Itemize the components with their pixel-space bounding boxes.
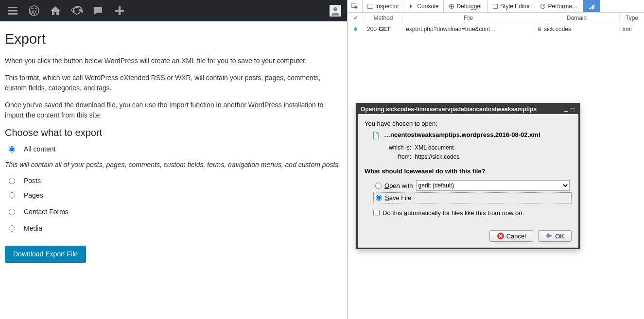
updates-icon[interactable] bbox=[66, 0, 87, 21]
save-file-row[interactable]: Save File bbox=[373, 192, 572, 203]
http-method: GET bbox=[379, 26, 391, 33]
svg-rect-2 bbox=[8, 13, 17, 15]
which-is-value: XML document bbox=[415, 144, 453, 151]
page-title: Export bbox=[5, 31, 342, 47]
cancel-button[interactable]: Cancel bbox=[489, 230, 533, 242]
radio-save-file[interactable] bbox=[376, 195, 382, 201]
file-icon bbox=[371, 131, 380, 141]
tab-label: Style Editor bbox=[500, 3, 530, 10]
export-option-all-content[interactable]: All content bbox=[5, 145, 342, 153]
dialog-title-text: Opening sickcodes-linuxservervpsdebiance… bbox=[361, 106, 537, 113]
radio-label: Contact Forms bbox=[24, 208, 69, 216]
col-status-check[interactable]: ✓ bbox=[348, 13, 364, 23]
wp-export-page: Export When you click the button below W… bbox=[0, 21, 347, 272]
devtools-tab-bar: Inspector Console Debugger Style Editor … bbox=[348, 0, 644, 13]
radio-contact-forms[interactable] bbox=[9, 209, 15, 215]
wordpress-logo-icon[interactable] bbox=[23, 0, 45, 21]
col-method[interactable]: Method bbox=[364, 13, 403, 23]
cancel-label: Cancel bbox=[506, 233, 526, 240]
tab-label: Performa… bbox=[548, 3, 577, 10]
svg-rect-5 bbox=[115, 10, 124, 12]
svg-rect-1 bbox=[8, 10, 17, 12]
chosen-to-open-label: You have chosen to open: bbox=[365, 120, 572, 127]
svg-rect-0 bbox=[8, 7, 17, 8]
network-table-header: ✓ Method File Domain Type bbox=[348, 13, 644, 23]
open-with-select[interactable]: gedit (default) bbox=[416, 180, 570, 191]
user-avatar-icon[interactable] bbox=[330, 5, 341, 17]
maximize-icon[interactable] bbox=[571, 107, 575, 112]
download-dialog: Opening sickcodes-linuxservervpsdebiance… bbox=[356, 103, 580, 249]
element-picker-icon[interactable] bbox=[348, 0, 363, 12]
dialog-filename: …ncentostweaksamptips.wordpress.2016-08-… bbox=[384, 131, 540, 138]
request-file: export.php?download=true&cont… bbox=[403, 26, 534, 33]
ok-icon bbox=[545, 232, 553, 240]
export-option-media[interactable]: Media bbox=[5, 224, 342, 232]
svg-rect-15 bbox=[589, 8, 590, 9]
status-code: 200 bbox=[367, 26, 377, 33]
radio-label: All content bbox=[24, 145, 55, 153]
new-content-icon[interactable] bbox=[109, 0, 130, 21]
which-is-label: which is: bbox=[383, 143, 411, 152]
tab-debugger[interactable]: Debugger bbox=[444, 0, 487, 12]
svg-rect-19 bbox=[538, 28, 541, 31]
tab-label: Debugger bbox=[456, 3, 482, 10]
cancel-icon bbox=[497, 232, 505, 240]
tab-label: Inspector bbox=[375, 3, 399, 10]
auto-label: Do this automatically for files like thi… bbox=[383, 209, 524, 217]
radio-label: Pages bbox=[24, 191, 43, 199]
menu-icon[interactable] bbox=[2, 0, 23, 21]
radio-label: Media bbox=[24, 224, 42, 232]
tab-label: Console bbox=[417, 3, 438, 10]
ok-label: OK bbox=[555, 233, 564, 240]
svg-rect-20 bbox=[564, 111, 568, 112]
svg-point-7 bbox=[333, 7, 337, 11]
from-value: https://sick.codes bbox=[415, 153, 459, 160]
export-option-contact-forms[interactable]: Contact Forms bbox=[5, 208, 342, 216]
intro-paragraph-2: This format, which we call WordPress eXt… bbox=[5, 73, 342, 93]
tab-inspector[interactable]: Inspector bbox=[363, 0, 404, 12]
request-type: xml bbox=[620, 26, 644, 33]
intro-paragraph-1: When you click the button below WordPres… bbox=[5, 56, 342, 66]
network-request-row[interactable]: 200 GET export.php?download=true&cont… s… bbox=[348, 23, 644, 35]
status-dot-icon bbox=[354, 27, 357, 31]
col-domain[interactable]: Domain bbox=[534, 13, 620, 23]
tab-network[interactable] bbox=[583, 0, 600, 12]
radio-pages[interactable] bbox=[9, 192, 15, 199]
download-export-file-button[interactable]: Download Export File bbox=[5, 246, 86, 262]
wp-admin-bar bbox=[0, 0, 347, 21]
auto-checkbox[interactable] bbox=[373, 210, 380, 216]
radio-posts[interactable] bbox=[9, 178, 15, 184]
comments-icon[interactable] bbox=[87, 0, 109, 21]
col-type[interactable]: Type bbox=[620, 13, 644, 23]
tab-performance[interactable]: Performa… bbox=[535, 0, 583, 12]
lock-icon bbox=[537, 26, 542, 32]
all-content-description: This will contain all of your posts, pag… bbox=[5, 160, 342, 170]
export-option-posts[interactable]: Posts bbox=[5, 177, 342, 185]
radio-label: Posts bbox=[24, 177, 41, 185]
export-option-pages[interactable]: Pages bbox=[5, 191, 342, 199]
home-icon[interactable] bbox=[45, 0, 66, 21]
tab-style-editor[interactable]: Style Editor bbox=[487, 0, 535, 12]
tab-console[interactable]: Console bbox=[404, 0, 444, 12]
open-with-label: Open with bbox=[384, 182, 413, 189]
ok-button[interactable]: OK bbox=[538, 230, 572, 242]
open-with-row[interactable]: Open with gedit (default) bbox=[373, 179, 572, 192]
radio-media[interactable] bbox=[9, 225, 15, 232]
choose-heading: Choose what to export bbox=[5, 127, 342, 138]
col-file[interactable]: File bbox=[403, 13, 534, 23]
svg-rect-21 bbox=[571, 108, 574, 112]
svg-rect-9 bbox=[368, 4, 373, 8]
save-file-label: Save File bbox=[385, 194, 411, 201]
minimize-icon[interactable] bbox=[564, 107, 569, 112]
dialog-question: What should Iceweasel do with this file? bbox=[365, 168, 572, 175]
request-domain: sick.codes bbox=[544, 26, 571, 33]
svg-rect-16 bbox=[590, 6, 592, 9]
radio-open-with[interactable] bbox=[375, 183, 382, 189]
intro-paragraph-3: Once you've saved the download file, you… bbox=[5, 100, 342, 120]
svg-rect-17 bbox=[592, 5, 593, 9]
radio-all-content[interactable] bbox=[9, 146, 15, 152]
dialog-titlebar[interactable]: Opening sickcodes-linuxservervpsdebiance… bbox=[358, 104, 578, 114]
svg-rect-18 bbox=[593, 4, 594, 9]
from-label: from: bbox=[383, 152, 411, 162]
